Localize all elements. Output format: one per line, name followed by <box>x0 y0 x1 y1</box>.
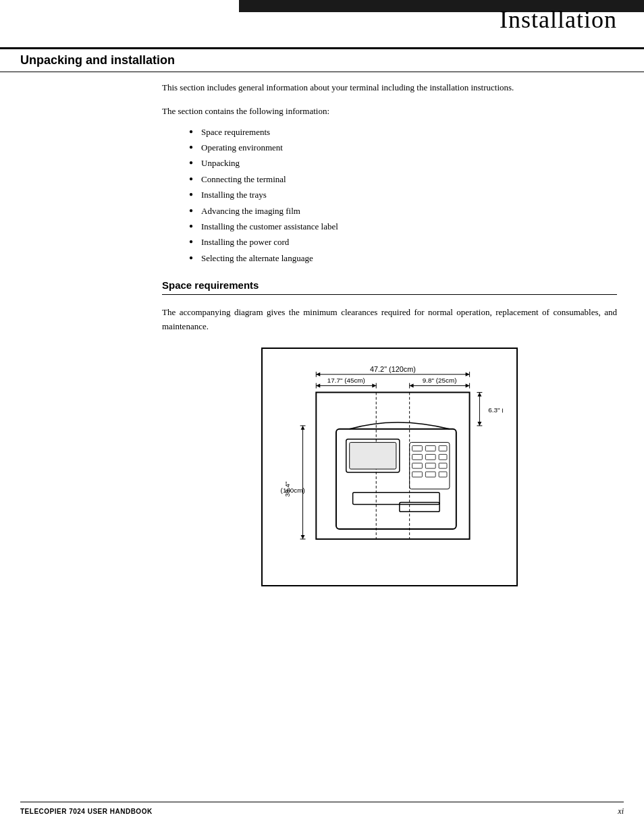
intro-text: This section includes general informatio… <box>162 81 617 95</box>
page-title-area: Installation <box>500 5 617 34</box>
contains-label: The section contains the following infor… <box>162 105 617 119</box>
svg-marker-45 <box>372 383 376 387</box>
svg-rect-26 <box>350 442 396 469</box>
svg-text:(100cm): (100cm) <box>281 486 305 493</box>
list-item: Operating environment <box>189 140 617 155</box>
list-item: Installing the power cord <box>189 234 617 250</box>
svg-rect-31 <box>425 445 435 451</box>
page-title: Installation <box>500 6 617 33</box>
svg-rect-33 <box>412 454 423 460</box>
svg-text:47.2" (120cm): 47.2" (120cm) <box>370 365 416 373</box>
section-heading: Unpacking and installation <box>20 53 175 67</box>
svg-rect-34 <box>425 454 435 460</box>
svg-text:6.3" (16cm): 6.3" (16cm) <box>488 406 503 414</box>
svg-marker-44 <box>316 383 320 387</box>
diagram-container: 47.2" (120cm) 17.7" (45cm) 9.8" (25cm) 6… <box>261 348 518 586</box>
section-heading-bar: Unpacking and installation <box>0 47 644 72</box>
svg-marker-51 <box>301 535 305 539</box>
svg-marker-47 <box>466 383 470 387</box>
svg-rect-37 <box>425 463 435 468</box>
svg-rect-39 <box>412 472 423 477</box>
svg-rect-30 <box>412 445 423 451</box>
svg-rect-38 <box>439 463 447 468</box>
svg-marker-43 <box>466 372 470 377</box>
svg-marker-50 <box>301 426 305 430</box>
list-item: Installing the customer assistance label <box>189 219 617 234</box>
svg-marker-46 <box>410 383 414 387</box>
list-item: Advancing the imaging film <box>189 203 617 219</box>
main-content: This section includes general informatio… <box>162 81 617 586</box>
footer: TELECOPIER 7024 USER HANDBOOK xi <box>20 802 624 817</box>
svg-rect-29 <box>410 442 450 489</box>
svg-rect-40 <box>425 472 435 477</box>
sub-section-heading-bar: Space requirements <box>162 279 617 295</box>
svg-rect-28 <box>400 502 439 511</box>
svg-marker-48 <box>477 392 481 396</box>
sub-section-heading: Space requirements <box>162 279 259 291</box>
svg-rect-36 <box>412 463 423 468</box>
list-item: Space requirements <box>189 124 617 140</box>
list-item: Connecting the terminal <box>189 171 617 187</box>
svg-rect-35 <box>439 454 447 460</box>
svg-marker-49 <box>477 422 481 426</box>
diagram-svg: 47.2" (120cm) 17.7" (45cm) 9.8" (25cm) 6… <box>276 362 503 569</box>
bullet-list: Space requirements Operating environment… <box>189 124 617 267</box>
footer-right: xi <box>618 806 624 817</box>
footer-left: TELECOPIER 7024 USER HANDBOOK <box>20 808 153 815</box>
list-item: Selecting the alternate language <box>189 250 617 266</box>
body-text: The accompanying diagram gives the minim… <box>162 306 617 334</box>
svg-rect-41 <box>439 472 447 477</box>
svg-text:17.7"  (45cm): 17.7" (45cm) <box>327 376 365 383</box>
svg-marker-42 <box>316 372 320 377</box>
list-item: Unpacking <box>189 155 617 171</box>
list-item: Installing the trays <box>189 187 617 202</box>
svg-text:9.8"  (25cm): 9.8" (25cm) <box>423 376 457 383</box>
svg-rect-32 <box>439 445 447 451</box>
